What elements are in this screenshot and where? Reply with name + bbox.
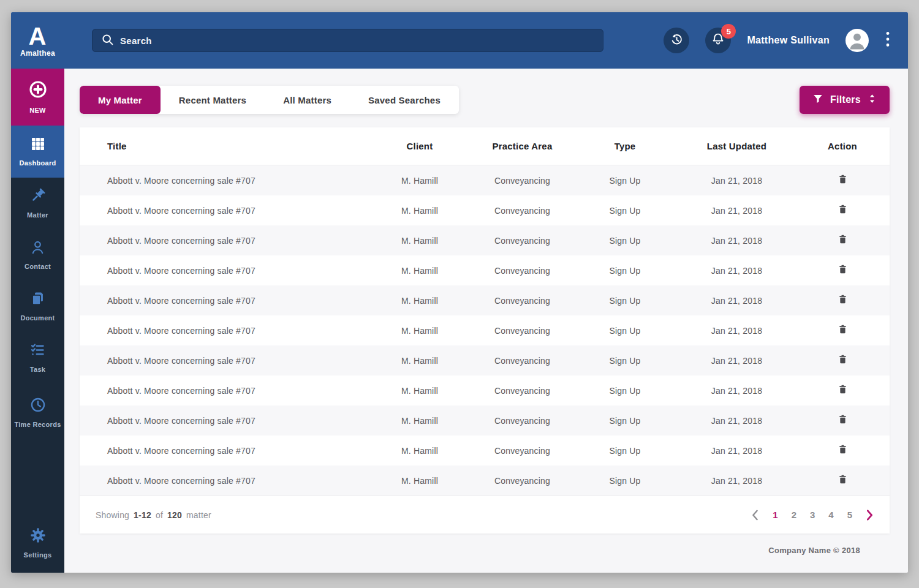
sidebar-item-task[interactable]: Task [11, 332, 64, 383]
table-row[interactable]: Abbott v. Moore concerning sale #707 M. … [80, 375, 890, 405]
sidebar-item-contact[interactable]: Contact [11, 229, 64, 281]
client-cell: M. Hamill [374, 356, 466, 366]
brand-logo[interactable]: A Amalthea [11, 12, 64, 69]
table-row[interactable]: Abbott v. Moore concerning sale #707 M. … [80, 195, 890, 225]
history-icon [669, 32, 684, 49]
sidebar-item-settings[interactable]: Settings [11, 518, 64, 569]
practice-area-cell: Conveyancing [466, 446, 579, 456]
type-cell: Sign Up [579, 386, 671, 396]
table-row[interactable]: Abbott v. Moore concerning sale #707 M. … [80, 315, 890, 345]
delete-button[interactable] [835, 472, 850, 489]
delete-button[interactable] [835, 172, 850, 189]
showing-range: 1-12 [134, 510, 151, 520]
checklist-icon [29, 342, 46, 361]
practice-area-cell: Conveyancing [466, 176, 579, 186]
pager: 12345 [751, 510, 874, 521]
table-row[interactable]: Abbott v. Moore concerning sale #707 M. … [80, 405, 890, 435]
matter-title-cell: Abbott v. Moore concerning sale #707 [80, 386, 374, 396]
unit-label: matter [186, 510, 211, 520]
matter-title-cell: Abbott v. Moore concerning sale #707 [80, 206, 374, 216]
last-updated-cell: Jan 21, 2018 [671, 296, 803, 306]
trash-icon [838, 294, 848, 307]
person-avatar-icon [847, 30, 868, 52]
gavel-icon [29, 187, 47, 206]
trash-icon [838, 384, 848, 397]
history-button[interactable] [664, 28, 689, 53]
table-row[interactable]: Abbott v. Moore concerning sale #707 M. … [80, 466, 890, 496]
practice-area-cell: Conveyancing [466, 266, 579, 276]
delete-button[interactable] [835, 322, 850, 339]
plus-circle-icon [28, 80, 48, 102]
table-row[interactable]: Abbott v. Moore concerning sale #707 M. … [80, 225, 890, 255]
tab-recent-matters[interactable]: Recent Matters [161, 86, 265, 114]
search-bar[interactable] [92, 29, 603, 52]
delete-button[interactable] [835, 382, 850, 399]
sidebar-item-time-records[interactable]: Time Records [11, 383, 64, 442]
delete-button[interactable] [835, 352, 850, 369]
practice-area-cell: Conveyancing [466, 386, 579, 396]
client-cell: M. Hamill [374, 236, 466, 246]
trash-icon [838, 234, 848, 247]
tab-all-matters[interactable]: All Matters [265, 86, 350, 114]
trash-icon [838, 354, 848, 367]
page-footer: Company Name © 2018 [80, 533, 890, 555]
avatar[interactable] [845, 29, 869, 52]
table-row[interactable]: Abbott v. Moore concerning sale #707 M. … [80, 435, 890, 466]
next-page-button[interactable] [866, 510, 874, 521]
client-cell: M. Hamill [374, 266, 466, 276]
filters-button-label: Filters [830, 94, 861, 105]
column-header-title: Title [80, 141, 374, 151]
sidebar-item-new[interactable]: NEW [11, 69, 64, 126]
sidebar-item-label: Document [20, 314, 55, 323]
type-cell: Sign Up [579, 206, 671, 216]
sidebar-item-document[interactable]: Document [11, 281, 64, 332]
table-row[interactable]: Abbott v. Moore concerning sale #707 M. … [80, 345, 890, 375]
page-number-1[interactable]: 1 [773, 510, 777, 520]
person-icon [29, 239, 46, 258]
filters-button[interactable]: Filters [800, 86, 890, 114]
sidebar-item-dashboard[interactable]: Dashboard [11, 126, 64, 178]
delete-button[interactable] [835, 292, 850, 309]
trash-icon [838, 264, 848, 277]
table-header-row: Title Client Practice Area Type Last Upd… [80, 127, 890, 165]
search-input[interactable] [120, 36, 594, 46]
delete-button[interactable] [835, 262, 850, 279]
tab-my-matter[interactable]: My Matter [80, 86, 161, 114]
app-window: A Amalthea [11, 12, 908, 573]
page-number-4[interactable]: 4 [828, 510, 833, 520]
delete-button[interactable] [835, 202, 850, 219]
matter-title-cell: Abbott v. Moore concerning sale #707 [80, 266, 374, 276]
table-row[interactable]: Abbott v. Moore concerning sale #707 M. … [80, 165, 890, 195]
last-updated-cell: Jan 21, 2018 [671, 416, 803, 426]
clock-icon [29, 396, 47, 416]
delete-button[interactable] [835, 232, 850, 249]
type-cell: Sign Up [579, 416, 671, 426]
page-number-2[interactable]: 2 [792, 510, 796, 520]
page-number-3[interactable]: 3 [810, 510, 815, 520]
client-cell: M. Hamill [374, 326, 466, 336]
page-number-5[interactable]: 5 [847, 510, 852, 520]
notification-count-badge: 5 [721, 24, 736, 39]
kebab-menu-icon[interactable] [885, 29, 891, 52]
trash-icon [838, 414, 848, 427]
pagination-bar: Showing 1-12 of 120 matter 12345 [80, 496, 890, 533]
type-cell: Sign Up [579, 296, 671, 306]
table-row[interactable]: Abbott v. Moore concerning sale #707 M. … [80, 285, 890, 315]
logo-letter: A [29, 24, 47, 48]
last-updated-cell: Jan 21, 2018 [671, 446, 803, 456]
delete-button[interactable] [835, 412, 850, 429]
copyright-text: Company Name © 2018 [768, 546, 860, 555]
matter-title-cell: Abbott v. Moore concerning sale #707 [80, 416, 374, 426]
trash-icon [838, 324, 848, 337]
notifications-button[interactable]: 5 [705, 28, 731, 53]
gear-icon [29, 527, 47, 546]
last-updated-cell: Jan 21, 2018 [671, 236, 803, 246]
column-header-last-updated: Last Updated [671, 141, 803, 151]
previous-page-button[interactable] [751, 510, 759, 521]
sidebar-item-matter[interactable]: Matter [11, 178, 64, 229]
practice-area-cell: Conveyancing [466, 416, 579, 426]
matters-table: Title Client Practice Area Type Last Upd… [80, 127, 890, 533]
delete-button[interactable] [835, 442, 850, 459]
table-row[interactable]: Abbott v. Moore concerning sale #707 M. … [80, 255, 890, 285]
tab-saved-searches[interactable]: Saved Searches [350, 86, 459, 114]
